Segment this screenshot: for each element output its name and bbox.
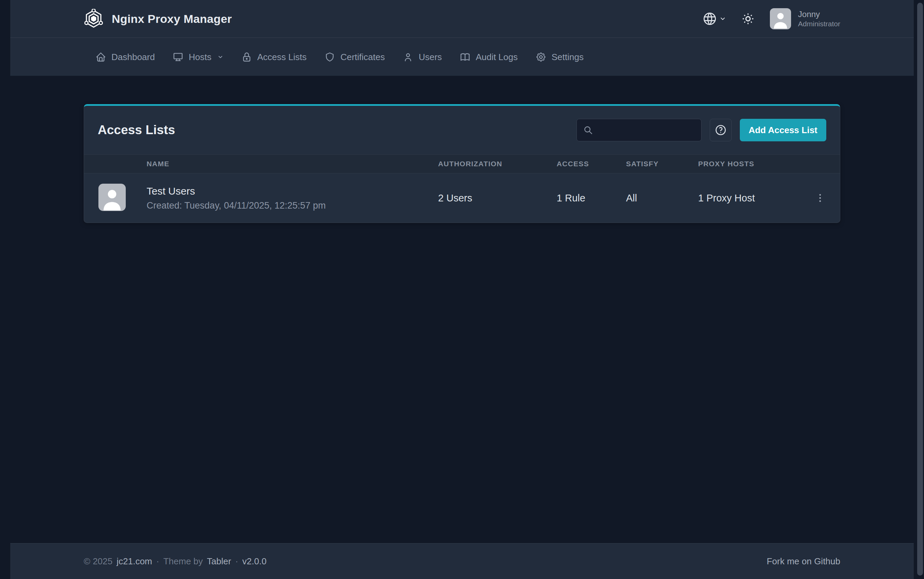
search-box bbox=[576, 119, 702, 141]
app-title: Nginx Proxy Manager bbox=[112, 12, 232, 26]
footer-bar: © 2025 jc21.com · Theme by Tabler · v2.0… bbox=[10, 543, 914, 579]
separator-dot: · bbox=[235, 556, 238, 567]
nav-item-users[interactable]: Users bbox=[394, 38, 451, 76]
header-bar: Nginx Proxy Manager bbox=[10, 0, 914, 38]
user-menu[interactable]: Jonny Administrator bbox=[770, 8, 840, 29]
copyright-text: © 2025 bbox=[84, 556, 112, 567]
page-title: Access Lists bbox=[98, 123, 175, 137]
nav-label: Users bbox=[419, 52, 442, 62]
access-lists-card: Access Lists bbox=[84, 104, 840, 223]
scrollbar-thumb[interactable] bbox=[917, 3, 923, 576]
nav-item-certificates[interactable]: Certificates bbox=[315, 38, 394, 76]
jc21-link[interactable]: jc21.com bbox=[117, 556, 152, 567]
nav-label: Dashboard bbox=[112, 52, 155, 62]
access-list-name-link[interactable]: Test Users bbox=[147, 185, 438, 197]
column-header-proxy-hosts: PROXY HOSTS bbox=[698, 160, 815, 168]
dots-vertical-icon bbox=[814, 192, 826, 204]
access-lists-table: NAME AUTHORIZATION ACCESS SATISFY PROXY … bbox=[84, 154, 840, 222]
chevron-down-icon bbox=[719, 15, 726, 22]
brand: Nginx Proxy Manager bbox=[84, 9, 232, 29]
user-role: Administrator bbox=[798, 20, 840, 28]
globe-icon bbox=[702, 11, 717, 26]
search-input[interactable] bbox=[576, 119, 702, 141]
user-icon bbox=[402, 52, 414, 62]
nav-item-settings[interactable]: Settings bbox=[527, 38, 592, 76]
add-access-list-button[interactable]: Add Access List bbox=[740, 119, 826, 141]
user-name: Jonny bbox=[798, 9, 840, 20]
nav-label: Settings bbox=[551, 52, 584, 62]
lock-icon bbox=[241, 52, 252, 62]
nav-item-dashboard[interactable]: Dashboard bbox=[87, 38, 164, 76]
fork-github-link[interactable]: Fork me on Github bbox=[767, 556, 840, 567]
table-header-row: NAME AUTHORIZATION ACCESS SATISFY PROXY … bbox=[84, 154, 840, 173]
language-globe-button[interactable] bbox=[702, 11, 726, 26]
help-circle-icon bbox=[714, 124, 727, 136]
nav-item-audit-logs[interactable]: Audit Logs bbox=[451, 38, 527, 76]
column-header-access: ACCESS bbox=[556, 160, 626, 168]
main-nav: Dashboard Hosts Access Lists bbox=[10, 38, 914, 76]
search-icon bbox=[583, 124, 594, 137]
theme-by-text: Theme by bbox=[163, 556, 203, 567]
nav-label: Certificates bbox=[340, 52, 385, 62]
separator-dot: · bbox=[156, 556, 159, 567]
column-header-authorization: AUTHORIZATION bbox=[438, 160, 556, 168]
npm-hexagon-logo-icon bbox=[84, 9, 103, 29]
theme-toggle-button[interactable] bbox=[740, 11, 755, 26]
gear-icon bbox=[535, 52, 547, 62]
cell-proxy-hosts: 1 Proxy Host bbox=[698, 193, 815, 204]
nav-label: Audit Logs bbox=[476, 52, 518, 62]
table-row: Test Users Created: Tuesday, 04/11/2025,… bbox=[84, 173, 840, 222]
nav-item-access-lists[interactable]: Access Lists bbox=[232, 38, 316, 76]
row-menu-button[interactable] bbox=[812, 190, 828, 206]
scrollbar bbox=[916, 0, 924, 579]
access-list-created-date: Created: Tuesday, 04/11/2025, 12:25:57 p… bbox=[147, 200, 438, 211]
home-icon bbox=[95, 52, 106, 62]
nav-label: Access Lists bbox=[257, 52, 307, 62]
help-button[interactable] bbox=[710, 119, 732, 141]
sun-icon bbox=[740, 11, 755, 26]
page-content: Access Lists bbox=[0, 76, 924, 543]
cell-authorization: 2 Users bbox=[438, 193, 556, 204]
version-link[interactable]: v2.0.0 bbox=[242, 556, 266, 567]
cell-access: 1 Rule bbox=[556, 193, 626, 204]
user-avatar bbox=[770, 8, 791, 29]
column-header-name: NAME bbox=[147, 160, 438, 168]
column-header-satisfy: SATISFY bbox=[626, 160, 698, 168]
access-list-avatar bbox=[98, 184, 126, 211]
chevron-down-icon bbox=[217, 54, 223, 60]
monitor-icon bbox=[172, 52, 184, 62]
tabler-link[interactable]: Tabler bbox=[207, 556, 231, 567]
nav-label: Hosts bbox=[189, 52, 211, 62]
shield-icon bbox=[324, 52, 335, 62]
nav-item-hosts[interactable]: Hosts bbox=[164, 38, 232, 76]
cell-satisfy: All bbox=[626, 193, 698, 204]
book-icon bbox=[460, 52, 471, 62]
